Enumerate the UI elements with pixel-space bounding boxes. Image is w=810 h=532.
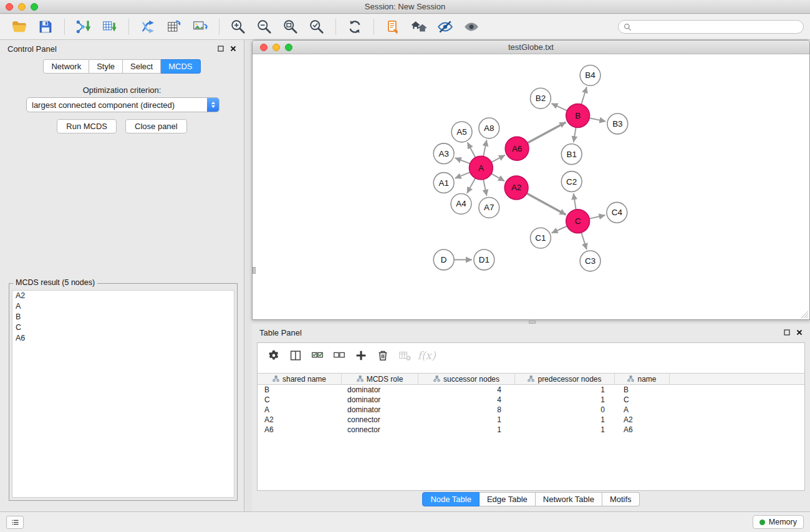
memory-button[interactable]: Memory	[753, 515, 804, 529]
mcds-result-item[interactable]: B	[12, 312, 234, 322]
graph-edge-C-C2[interactable]	[574, 193, 576, 210]
cell-name[interactable]: A	[615, 405, 670, 414]
tab-node-table[interactable]: Node Table	[422, 492, 480, 506]
table-row[interactable]: A2connector11A2	[258, 415, 804, 425]
open-session-button[interactable]	[10, 17, 29, 36]
cell-successor-nodes[interactable]: 4	[418, 385, 515, 394]
graph-node-D1[interactable]: D1	[474, 249, 494, 270]
cell-mcds-role[interactable]: dominator	[342, 385, 418, 394]
graph-node-B4[interactable]: B4	[580, 65, 600, 85]
save-session-button[interactable]	[36, 17, 55, 36]
delete-column-button[interactable]	[374, 347, 392, 364]
graph-node-B3[interactable]: B3	[607, 114, 628, 134]
graph-node-C4[interactable]: C4	[607, 202, 627, 223]
graph-edge-B-B4[interactable]	[581, 87, 587, 104]
show-hide-graphics-button[interactable]	[462, 17, 481, 36]
graph-edge-A-A2[interactable]	[491, 173, 504, 181]
close-panel-icon[interactable]	[230, 46, 236, 52]
new-network-button[interactable]	[138, 17, 157, 36]
graph-edge-B-B3[interactable]	[589, 118, 605, 121]
column-header-successor-nodes[interactable]: successor nodes	[418, 374, 515, 384]
graph-node-A7[interactable]: A7	[479, 197, 499, 218]
column-header-mcds-role[interactable]: MCDS role	[342, 374, 418, 384]
graph-edge-B-B2[interactable]	[552, 104, 567, 111]
cell-successor-nodes[interactable]: 4	[418, 395, 515, 404]
tab-edge-table[interactable]: Edge Table	[480, 492, 536, 506]
deselect-all-button[interactable]	[330, 347, 348, 364]
graph-node-A5[interactable]: A5	[451, 122, 472, 142]
vertical-splitter-handle[interactable]	[253, 267, 256, 274]
run-mcds-button[interactable]: Run MCDS	[57, 119, 117, 133]
create-column-button[interactable]	[352, 347, 370, 364]
home-button[interactable]	[410, 17, 428, 36]
tab-network-table[interactable]: Network Table	[536, 492, 602, 506]
zoom-selected-button[interactable]	[307, 17, 326, 36]
cell-name[interactable]: A2	[615, 415, 670, 424]
tab-mcds[interactable]: MCDS	[161, 59, 200, 74]
zoom-fit-button[interactable]	[281, 17, 300, 36]
optimization-criterion-select[interactable]: largest connected component (directed)	[26, 97, 219, 112]
mcds-result-item[interactable]: A	[12, 301, 234, 312]
cell-successor-nodes[interactable]: 8	[418, 405, 515, 414]
tab-select[interactable]: Select	[123, 59, 161, 74]
column-header-name[interactable]: name	[615, 374, 670, 384]
graph-edge-A-A8[interactable]	[483, 140, 486, 156]
cell-shared-name[interactable]: A	[258, 405, 342, 414]
table-row[interactable]: Cdominator41C	[258, 395, 804, 405]
tab-motifs[interactable]: Motifs	[602, 492, 640, 506]
table-row[interactable]: A6connector11A6	[258, 425, 804, 435]
cell-predecessor-nodes[interactable]: 1	[515, 395, 615, 404]
column-header-predecessor-nodes[interactable]: predecessor nodes	[515, 374, 615, 384]
graph-node-C1[interactable]: C1	[531, 228, 551, 248]
cell-mcds-role[interactable]: dominator	[342, 405, 418, 414]
cell-shared-name[interactable]: B	[258, 385, 342, 394]
tab-style[interactable]: Style	[89, 59, 123, 74]
graph-node-C2[interactable]: C2	[561, 172, 582, 192]
graph-edge-A2-C[interactable]	[527, 193, 566, 215]
select-all-button[interactable]	[309, 347, 326, 364]
close-table-panel-icon[interactable]	[796, 329, 803, 336]
mcds-result-item[interactable]: C	[12, 322, 234, 333]
cell-name[interactable]: A6	[615, 425, 670, 434]
graph-edge-A-A1[interactable]	[455, 172, 470, 178]
network-graph[interactable]: B4B2BB3A5A8A6B1A3AC2A1A2A4A7C1CC4C3DD1	[253, 55, 809, 319]
zoom-out-button[interactable]	[255, 17, 274, 36]
search-input[interactable]	[635, 22, 798, 31]
search-field[interactable]	[618, 20, 804, 34]
graph-edge-A-A7[interactable]	[483, 180, 486, 196]
table-row[interactable]: Bdominator41B	[258, 385, 804, 395]
graph-edge-A-A3[interactable]	[455, 158, 470, 163]
cell-mcds-role[interactable]: connector	[342, 425, 418, 434]
graph-node-A1[interactable]: A1	[433, 173, 454, 193]
graph-node-A6[interactable]: A6	[505, 137, 529, 160]
graph-edge-A-A4[interactable]	[467, 178, 475, 193]
graph-edge-A-A6[interactable]	[491, 155, 505, 163]
network-from-clipboard-button[interactable]	[383, 17, 402, 36]
graphics-details-button[interactable]	[436, 17, 455, 36]
cell-mcds-role[interactable]: connector	[342, 415, 418, 424]
graph-node-A4[interactable]: A4	[451, 193, 471, 214]
apply-layout-button[interactable]	[345, 17, 364, 36]
graph-edge-B-B1[interactable]	[574, 127, 576, 142]
graph-node-B[interactable]: B	[566, 104, 590, 128]
graph-edge-C-C1[interactable]	[552, 226, 567, 233]
close-panel-button[interactable]: Close panel	[125, 119, 187, 133]
graph-edge-C-C3[interactable]	[581, 233, 586, 249]
float-table-panel-icon[interactable]	[784, 329, 790, 336]
import-network-from-file-button[interactable]	[74, 17, 93, 36]
network-canvas[interactable]: B4B2BB3A5A8A6B1A3AC2A1A2A4A7C1CC4C3DD1	[253, 55, 809, 319]
zoom-in-button[interactable]	[229, 17, 248, 36]
cell-predecessor-nodes[interactable]: 0	[515, 405, 615, 414]
mcds-result-list[interactable]: A2ABCA6	[12, 290, 234, 498]
horizontal-splitter-handle[interactable]	[529, 321, 536, 324]
cell-successor-nodes[interactable]: 1	[418, 425, 515, 434]
column-header-shared-name[interactable]: shared name	[258, 374, 342, 384]
new-table-button[interactable]	[165, 17, 183, 36]
graph-node-C3[interactable]: C3	[580, 251, 600, 271]
import-table-from-file-button[interactable]	[100, 17, 119, 36]
graph-node-A[interactable]: A	[469, 156, 493, 180]
graph-edge-C-C4[interactable]	[589, 215, 605, 219]
graph-node-A8[interactable]: A8	[479, 118, 499, 138]
graph-node-B2[interactable]: B2	[531, 88, 551, 109]
mcds-result-item[interactable]: A6	[12, 333, 234, 344]
